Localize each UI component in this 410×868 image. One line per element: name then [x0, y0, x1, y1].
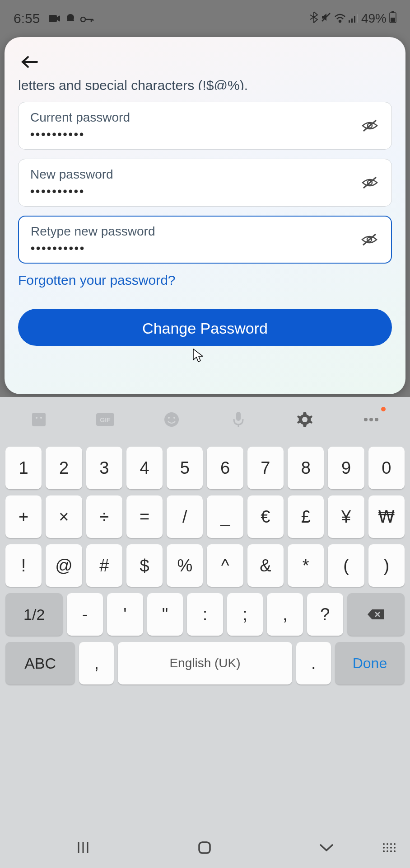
back-button[interactable] — [18, 51, 41, 73]
key-period[interactable]: . — [296, 642, 331, 684]
key-pound[interactable]: £ — [288, 495, 324, 538]
new-password-label: New password — [30, 167, 360, 182]
key-divide[interactable]: ÷ — [86, 495, 122, 538]
eye-toggle-icon[interactable] — [360, 116, 380, 136]
emoji-icon[interactable] — [161, 409, 182, 430]
key-caret[interactable]: ^ — [207, 544, 243, 587]
mute-icon — [321, 11, 331, 26]
status-right: 49% — [310, 11, 396, 26]
svg-point-3 — [81, 17, 85, 22]
key-exclaim[interactable]: ! — [5, 544, 42, 587]
current-password-field[interactable]: Current password •••••••••• — [18, 102, 392, 150]
nav-back[interactable] — [319, 843, 334, 852]
forgot-password-link[interactable]: Forgotten your password? — [18, 273, 392, 288]
key-comma2[interactable]: , — [79, 642, 114, 684]
nav-recents[interactable] — [76, 840, 90, 855]
svg-point-28 — [168, 417, 170, 419]
key-0[interactable]: 0 — [368, 447, 405, 489]
svg-point-44 — [390, 843, 392, 845]
keyboard-toolbar: GIF — [5, 401, 405, 438]
svg-point-53 — [394, 850, 396, 852]
key-underscore[interactable]: _ — [207, 495, 243, 538]
key-7[interactable]: 7 — [247, 447, 284, 489]
svg-point-27 — [164, 412, 179, 427]
key-backspace[interactable] — [347, 593, 405, 636]
key-done[interactable]: Done — [335, 642, 405, 684]
svg-point-8 — [339, 20, 341, 22]
key-9[interactable]: 9 — [328, 447, 364, 489]
eye-toggle-icon[interactable] — [359, 230, 379, 250]
key-multiply[interactable]: × — [46, 495, 82, 538]
key-abc[interactable]: ABC — [5, 642, 75, 684]
key-hash[interactable]: # — [86, 544, 122, 587]
password-change-card: letters and special characters (!$@%). C… — [5, 37, 405, 394]
key-yen[interactable]: ¥ — [328, 495, 364, 538]
svg-rect-9 — [349, 20, 350, 23]
more-icon[interactable] — [360, 409, 382, 430]
svg-point-33 — [364, 418, 368, 421]
svg-rect-30 — [236, 412, 241, 421]
key-row-4: 1/2 - ' " : ; , ? — [5, 593, 405, 636]
gif-icon[interactable]: GIF — [94, 409, 116, 430]
key-apostrophe[interactable]: ' — [107, 593, 143, 636]
svg-line-21 — [363, 234, 376, 245]
key-3[interactable]: 3 — [86, 447, 122, 489]
wifi-icon — [334, 11, 346, 26]
bluetooth-icon — [310, 11, 318, 26]
key-percent[interactable]: % — [167, 544, 203, 587]
nav-home[interactable] — [197, 840, 212, 855]
svg-point-49 — [394, 847, 396, 849]
camera-icon — [49, 11, 61, 26]
eye-toggle-icon[interactable] — [360, 173, 380, 193]
key-space[interactable]: English (UK) — [118, 642, 292, 684]
key-amp[interactable]: & — [247, 544, 284, 587]
sticker-icon[interactable] — [28, 409, 50, 430]
key-row-3: ! @ # $ % ^ & * ( ) — [5, 544, 405, 587]
svg-rect-10 — [351, 19, 353, 23]
key-row-2: + × ÷ = / _ € £ ¥ ₩ — [5, 495, 405, 538]
svg-point-47 — [387, 847, 388, 849]
svg-rect-11 — [354, 16, 355, 23]
key-quote[interactable]: " — [147, 593, 183, 636]
key-plus[interactable]: + — [5, 495, 42, 538]
key-6[interactable]: 6 — [207, 447, 243, 489]
key-won[interactable]: ₩ — [368, 495, 405, 538]
key-dash[interactable]: - — [67, 593, 103, 636]
key-lparen[interactable]: ( — [328, 544, 364, 587]
svg-rect-14 — [391, 11, 394, 13]
key-rparen[interactable]: ) — [368, 544, 405, 587]
mic-icon[interactable] — [228, 409, 249, 430]
retype-password-value: •••••••••• — [31, 241, 359, 255]
svg-line-17 — [363, 120, 376, 131]
nav-keyboard-switch[interactable] — [382, 842, 396, 853]
svg-point-46 — [383, 847, 385, 849]
key-2[interactable]: 2 — [46, 447, 82, 489]
key-1[interactable]: 1 — [5, 447, 42, 489]
new-password-field[interactable]: New password •••••••••• — [18, 159, 392, 207]
key-question[interactable]: ? — [307, 593, 343, 636]
key-colon[interactable]: : — [187, 593, 223, 636]
svg-point-42 — [383, 843, 385, 845]
key-slash[interactable]: / — [167, 495, 203, 538]
key-4[interactable]: 4 — [126, 447, 163, 489]
key-row-5: ABC , English (UK) . Done — [5, 642, 405, 684]
key-page[interactable]: 1/2 — [5, 593, 63, 636]
key-semicolon[interactable]: ; — [227, 593, 263, 636]
key-euro[interactable]: € — [247, 495, 284, 538]
key-at[interactable]: @ — [46, 544, 82, 587]
svg-rect-2 — [67, 19, 74, 21]
current-password-value: •••••••••• — [30, 127, 360, 142]
retype-password-label: Retype new password — [31, 224, 359, 239]
retype-password-field[interactable]: Retype new password •••••••••• — [18, 216, 392, 264]
change-password-button[interactable]: Change Password — [18, 309, 392, 346]
battery-icon — [389, 11, 396, 26]
key-equals[interactable]: = — [126, 495, 163, 538]
key-comma[interactable]: , — [267, 593, 303, 636]
settings-icon[interactable] — [294, 409, 316, 430]
key-8[interactable]: 8 — [288, 447, 324, 489]
key-star[interactable]: * — [288, 544, 324, 587]
key-row-1: 1 2 3 4 5 6 7 8 9 0 — [5, 447, 405, 489]
svg-point-24 — [40, 417, 42, 419]
key-5[interactable]: 5 — [167, 447, 203, 489]
key-dollar[interactable]: $ — [126, 544, 163, 587]
